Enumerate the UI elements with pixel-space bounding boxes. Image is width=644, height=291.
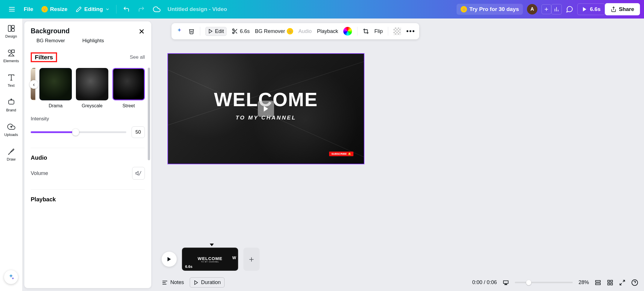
timeline-play-button[interactable] bbox=[162, 252, 177, 267]
bg-remover-button[interactable]: BG Remover👑 bbox=[255, 28, 293, 34]
redo-button[interactable] bbox=[134, 3, 149, 15]
duration-label: Duration bbox=[201, 279, 221, 286]
edit-label: Edit bbox=[215, 28, 224, 34]
flip-button[interactable]: Flip bbox=[374, 28, 383, 34]
canvas-area: Edit 6.6s BG Remover👑 Audio Playback Fli… bbox=[151, 19, 644, 291]
filter-label: Greyscale bbox=[76, 103, 108, 108]
playhead-marker[interactable] bbox=[210, 244, 214, 246]
playback-heading: Playback bbox=[31, 196, 145, 203]
chip-highlights[interactable]: Highlights bbox=[82, 38, 104, 44]
rail-text[interactable]: Text bbox=[0, 72, 22, 89]
thumbnail-view-button[interactable] bbox=[503, 279, 509, 286]
chip-bg-remover[interactable]: BG Remover bbox=[37, 38, 65, 44]
svg-marker-33 bbox=[195, 281, 198, 285]
notes-button[interactable]: Notes bbox=[162, 279, 184, 286]
cloud-sync-icon[interactable] bbox=[149, 3, 165, 15]
svg-marker-15 bbox=[8, 53, 14, 56]
delete-button[interactable] bbox=[188, 28, 195, 34]
rail-elements[interactable]: Elements bbox=[0, 47, 22, 65]
svg-rect-40 bbox=[608, 283, 610, 285]
timeline-clip[interactable]: WELCOMETO MY CHANNEL W 6.6s bbox=[182, 248, 238, 271]
editing-label: Editing bbox=[84, 6, 103, 12]
share-button[interactable]: Share bbox=[605, 3, 640, 15]
resize-label: Resize bbox=[50, 6, 67, 12]
intensity-slider[interactable] bbox=[31, 131, 126, 133]
grid-view-button[interactable] bbox=[607, 279, 613, 286]
file-menu[interactable]: File bbox=[20, 4, 37, 15]
filters-prev-arrow[interactable]: ‹ bbox=[30, 80, 38, 89]
play-icon bbox=[582, 6, 588, 12]
see-all-filters[interactable]: See all bbox=[130, 54, 145, 60]
filter-label: Street bbox=[112, 103, 145, 108]
volume-label: Volume bbox=[31, 170, 48, 176]
svg-line-27 bbox=[234, 30, 235, 31]
subscribe-badge: SUBSCRIBE🔔 bbox=[329, 152, 353, 156]
svg-point-19 bbox=[11, 99, 12, 100]
present-button[interactable]: 6.6s bbox=[577, 3, 605, 15]
zoom-slider[interactable] bbox=[515, 282, 573, 283]
rail-design-label: Design bbox=[5, 34, 17, 38]
rail-uploads[interactable]: Uploads bbox=[0, 121, 22, 139]
filter-thumb-street[interactable]: Street bbox=[112, 68, 145, 108]
editing-dropdown[interactable]: Editing bbox=[72, 4, 114, 15]
separator bbox=[116, 5, 116, 14]
close-panel-button[interactable]: ✕ bbox=[138, 27, 145, 36]
add-page-button[interactable]: ＋ bbox=[243, 248, 260, 271]
panel-scrollbar[interactable] bbox=[148, 33, 151, 285]
edit-video-button[interactable]: Edit bbox=[205, 27, 227, 36]
magic-button[interactable] bbox=[4, 270, 18, 284]
intensity-label: Intensity bbox=[31, 116, 145, 122]
filter-thumb-drama[interactable]: Drama bbox=[39, 68, 72, 108]
svg-rect-38 bbox=[608, 280, 610, 282]
try-pro-button[interactable]: 👑 Try Pro for 30 days bbox=[457, 4, 523, 15]
user-avatar[interactable]: A bbox=[523, 2, 541, 17]
chevron-down-icon bbox=[105, 7, 110, 12]
rail-brand-label: Brand bbox=[6, 108, 16, 112]
video-canvas[interactable]: WELCOME TO MY CHANNEL SUBSCRIBE🔔 bbox=[167, 53, 364, 164]
svg-marker-29 bbox=[167, 257, 171, 261]
play-overlay-icon[interactable] bbox=[258, 101, 274, 117]
undo-button[interactable] bbox=[119, 3, 134, 15]
filter-label: Drama bbox=[39, 103, 72, 108]
share-label: Share bbox=[619, 6, 634, 12]
svg-rect-37 bbox=[596, 283, 601, 285]
try-pro-label: Try Pro for 30 days bbox=[469, 6, 519, 12]
rail-design[interactable]: Design bbox=[0, 23, 22, 40]
bottom-bar: Notes Duration 0:00 / 0:06 28% bbox=[162, 277, 638, 288]
trim-duration-label: 6.6s bbox=[240, 28, 250, 34]
page-view-button[interactable] bbox=[595, 279, 601, 286]
add-member-button[interactable] bbox=[541, 4, 551, 14]
rail-draw[interactable]: Draw bbox=[0, 146, 22, 163]
crown-icon: 👑 bbox=[461, 6, 467, 12]
analytics-button[interactable] bbox=[551, 4, 562, 14]
svg-rect-36 bbox=[596, 280, 601, 282]
audio-section: Audio Volume bbox=[31, 148, 145, 180]
magic-edit-icon[interactable] bbox=[176, 27, 183, 35]
svg-marker-28 bbox=[264, 106, 268, 112]
crop-button[interactable] bbox=[363, 28, 369, 34]
svg-rect-18 bbox=[8, 100, 14, 104]
resize-button[interactable]: 👑 Resize bbox=[37, 4, 72, 15]
comment-button[interactable] bbox=[562, 3, 577, 15]
mute-button[interactable] bbox=[132, 167, 145, 180]
zoom-percent[interactable]: 28% bbox=[579, 279, 589, 286]
svg-point-24 bbox=[233, 32, 234, 34]
trim-button[interactable]: 6.6s bbox=[232, 28, 250, 34]
notes-label: Notes bbox=[170, 279, 184, 286]
intensity-value[interactable]: 50 bbox=[132, 126, 145, 138]
svg-point-23 bbox=[233, 29, 234, 31]
duration-button[interactable]: Duration bbox=[190, 277, 225, 288]
hamburger-menu[interactable] bbox=[4, 3, 20, 15]
rail-brand[interactable]: Brand bbox=[0, 96, 22, 114]
design-title[interactable]: Untitled design - Video bbox=[167, 6, 227, 12]
playback-section: Playback bbox=[31, 189, 145, 203]
color-picker-button[interactable] bbox=[343, 27, 352, 36]
transparency-button[interactable] bbox=[393, 27, 401, 35]
svg-rect-10 bbox=[8, 25, 11, 32]
fullscreen-button[interactable] bbox=[619, 279, 625, 286]
more-options-button[interactable]: ••• bbox=[406, 27, 415, 35]
svg-rect-35 bbox=[505, 284, 507, 285]
filter-thumb-greyscale[interactable]: Greyscale bbox=[76, 68, 108, 108]
help-button[interactable] bbox=[631, 279, 638, 286]
playback-button[interactable]: Playback bbox=[317, 28, 338, 34]
